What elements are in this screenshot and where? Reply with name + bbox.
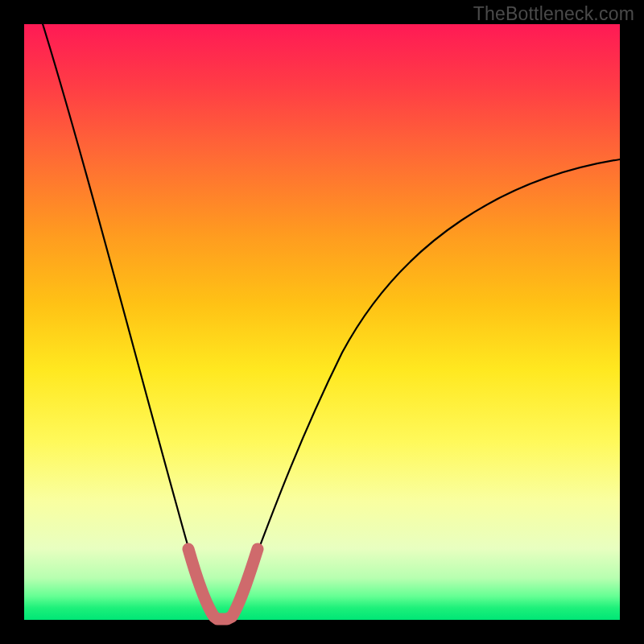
valley-highlight <box>188 549 258 619</box>
plot-area <box>24 24 620 620</box>
right-curve <box>232 159 620 617</box>
chart-frame: TheBottleneck.com <box>0 0 644 644</box>
left-curve <box>40 16 214 617</box>
curves-svg <box>24 24 620 620</box>
watermark-text: TheBottleneck.com <box>473 3 634 25</box>
